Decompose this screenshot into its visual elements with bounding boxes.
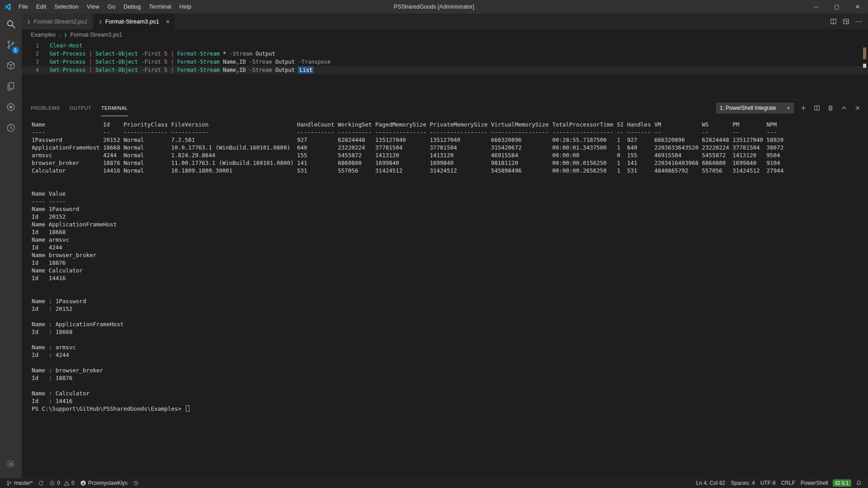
encoding[interactable]: UTF-8 [758, 478, 778, 488]
terminal-shell-select[interactable]: 1: PowerShell Integrate ▼ [716, 103, 794, 113]
vscode-logo-icon [4, 3, 12, 11]
ruler-mark [863, 47, 866, 59]
status-bar: master* 0 0 PrzemyslawKlys Ln 4, Col 82 … [0, 478, 868, 488]
sync-icon [38, 480, 44, 486]
titlebar: FileEditSelectionViewGoDebugTerminalHelp… [0, 0, 868, 14]
powershell-version-badge[interactable]: 5.1 [833, 479, 851, 487]
warning-triangle-icon [64, 480, 70, 486]
powershell-file-icon: ❯ [64, 32, 67, 38]
chevron-right-icon: › [59, 32, 61, 38]
explorer-icon[interactable] [0, 76, 22, 97]
panel-tab-problems[interactable]: PROBLEMS [31, 100, 60, 116]
editor-lines: 1Clear-Host2Get-Process | Select-Object … [22, 42, 868, 74]
line-number: 4 [22, 66, 50, 74]
panel-actions: 1: PowerShell Integrate ▼ [716, 103, 862, 113]
customize-layout-icon[interactable] [840, 16, 852, 28]
problems-indicator[interactable]: 0 0 [47, 478, 77, 488]
activity-bar: 5 [0, 14, 22, 478]
editor-column: ❯ Format-Stream2.ps1 ❯ Format-Stream3.ps… [22, 14, 868, 478]
panel-tab-output[interactable]: OUTPUT [70, 100, 91, 116]
github-icon [80, 480, 86, 486]
terminal-prompt: PS C:\Support\GitHub\PSSharedGoods\Examp… [32, 405, 185, 412]
breadcrumb: Examples › ❯ Format-Stream3.ps1 [22, 29, 868, 40]
status-bar-right: Ln 4, Col 82 Spaces: 4 UTF-8 CRLF PowerS… [693, 478, 864, 488]
menu-terminal[interactable]: Terminal [145, 0, 175, 14]
account-name: PrzemyslawKlys [88, 480, 127, 486]
breadcrumb-file[interactable]: Format-Stream3.ps1 [70, 32, 122, 38]
code-line: 2Get-Process | Select-Object -First 5 | … [22, 50, 868, 58]
clock-icon [133, 480, 139, 486]
extension-circle-icon[interactable] [0, 97, 22, 117]
panel-tab-terminal[interactable]: TERMINAL [101, 100, 128, 116]
github-account[interactable]: PrzemyslawKlys [77, 478, 130, 488]
tab-bar: ❯ Format-Stream2.ps1 ❯ Format-Stream3.ps… [22, 14, 868, 29]
branch-indicator[interactable]: master* [4, 478, 35, 488]
code-text: Get-Process | Select-Object -First 5 | F… [50, 58, 331, 66]
terminal-cursor [186, 405, 189, 412]
code-editor[interactable]: 1Clear-Host2Get-Process | Select-Object … [22, 40, 868, 99]
settings-gear-icon[interactable] [0, 454, 22, 474]
sync-button[interactable] [35, 478, 47, 488]
powershell-version: 5.1 [842, 480, 849, 486]
close-button[interactable]: ✕ [847, 0, 868, 14]
maximize-button[interactable]: ▢ [826, 0, 847, 14]
notifications-button[interactable] [853, 478, 864, 488]
overview-ruler[interactable] [862, 40, 868, 99]
language-mode[interactable]: PowerShell [798, 478, 831, 488]
more-actions-icon[interactable]: ⋯ [853, 16, 864, 28]
menu-file[interactable]: File [14, 0, 32, 14]
ruler-mark [863, 64, 866, 68]
history-icon[interactable] [0, 117, 22, 138]
terminal-prompt-line: PS C:\Support\GitHub\PSSharedGoods\Examp… [32, 405, 868, 413]
menu-edit[interactable]: Edit [32, 0, 50, 14]
tab-format-stream2[interactable]: ❯ Format-Stream2.ps1 [22, 14, 93, 29]
main-shell: 5 ❯ Format-Stream2.ps1 ❯ Format-Stre [0, 14, 868, 478]
code-text: Clear-Host [50, 42, 82, 50]
search-icon[interactable] [0, 14, 22, 34]
powershell-file-icon: ❯ [27, 19, 30, 25]
code-text: Get-Process | Select-Object -First 5 | F… [50, 50, 275, 58]
source-control-badge: 5 [12, 47, 19, 54]
terminal-output: Name Id PriorityClass FileVersion Handle… [32, 121, 868, 405]
menu-view[interactable]: View [83, 0, 104, 14]
minimize-button[interactable]: ─ [806, 0, 826, 14]
timer-button[interactable] [130, 478, 142, 488]
kill-terminal-icon[interactable] [826, 104, 835, 112]
line-number: 3 [22, 58, 50, 66]
maximize-panel-icon[interactable] [840, 104, 848, 112]
terminal-shell-label: 1: PowerShell Integrate [720, 105, 776, 111]
new-terminal-icon[interactable] [799, 104, 807, 112]
split-editor-icon[interactable] [827, 16, 839, 28]
bell-icon [856, 480, 862, 486]
source-control-icon[interactable]: 5 [0, 34, 22, 55]
code-line: 4Get-Process | Select-Object -First 5 | … [22, 66, 868, 74]
menu-selection[interactable]: Selection [50, 0, 82, 14]
close-panel-icon[interactable] [854, 104, 862, 112]
powershell-file-icon: ❯ [99, 19, 102, 25]
terminal[interactable]: Name Id PriorityClass FileVersion Handle… [22, 116, 868, 478]
menu-help[interactable]: Help [175, 0, 196, 14]
breadcrumb-folder[interactable]: Examples [31, 32, 56, 38]
menu-go[interactable]: Go [104, 0, 119, 14]
error-count: 0 [57, 480, 60, 486]
code-line: 1Clear-Host [22, 42, 868, 50]
code-line: 3Get-Process | Select-Object -First 5 | … [22, 58, 868, 66]
package-icon[interactable] [0, 55, 22, 76]
tab-label: Format-Stream2.ps1 [33, 18, 87, 25]
window-controls: ─ ▢ ✕ [806, 0, 868, 14]
indentation[interactable]: Spaces: 4 [728, 478, 757, 488]
git-branch-icon [6, 480, 12, 486]
tab-format-stream3[interactable]: ❯ Format-Stream3.ps1 × [93, 14, 175, 29]
panel: PROBLEMS OUTPUT TERMINAL 1: PowerShell I… [22, 99, 868, 478]
menubar: FileEditSelectionViewGoDebugTerminalHelp [14, 0, 195, 14]
panel-header: PROBLEMS OUTPUT TERMINAL 1: PowerShell I… [22, 100, 868, 116]
console-icon [835, 481, 840, 485]
cursor-position[interactable]: Ln 4, Col 82 [693, 478, 728, 488]
tab-close-icon[interactable]: × [166, 19, 170, 25]
menu-debug[interactable]: Debug [119, 0, 145, 14]
code-text: Get-Process | Select-Object -First 5 | F… [50, 66, 314, 74]
split-terminal-icon[interactable] [813, 104, 821, 112]
branch-name: master* [14, 480, 33, 486]
line-number: 1 [22, 42, 50, 50]
eol-sequence[interactable]: CRLF [778, 478, 798, 488]
